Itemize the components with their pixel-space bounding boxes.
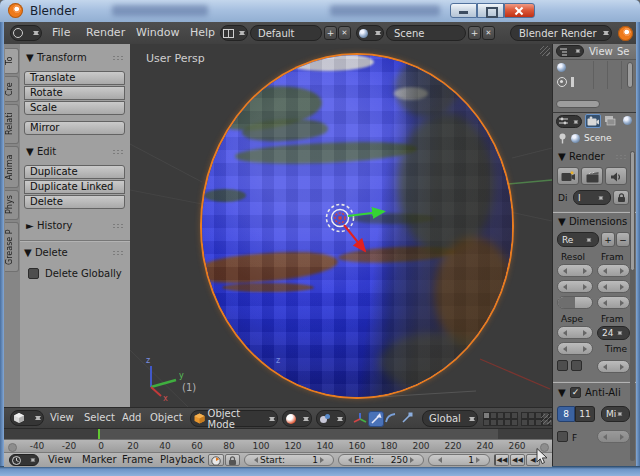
rotate-manipulator-button[interactable] — [384, 411, 400, 427]
increment-arrow[interactable] — [476, 457, 483, 463]
resolution-y-slider[interactable] — [557, 280, 593, 293]
mirror-button[interactable]: Mirror — [24, 121, 125, 135]
av-sync-button[interactable] — [208, 454, 224, 466]
editor-type-selector[interactable] — [556, 45, 584, 57]
editor-type-selector[interactable] — [556, 115, 582, 128]
outliner-vscrollbar[interactable] — [627, 62, 633, 88]
menu-help[interactable]: Help — [190, 22, 215, 44]
add-layout-button[interactable]: + — [324, 26, 337, 40]
editor-type-selector[interactable] — [10, 25, 42, 41]
render-layers-tab[interactable] — [603, 114, 619, 128]
lock-time-button[interactable] — [225, 454, 240, 466]
outliner-hscrollbar[interactable] — [556, 100, 600, 108]
menu-view[interactable]: View — [589, 44, 613, 59]
render-engine-selector[interactable]: Blender Render — [510, 25, 612, 41]
editor-type-selector[interactable] — [9, 454, 39, 466]
properties-scrollbar-thumb[interactable] — [630, 151, 635, 271]
stepper-arrows[interactable] — [34, 413, 41, 423]
resolution-x-slider[interactable] — [557, 264, 593, 277]
delete-layout-button[interactable]: ✕ — [338, 26, 351, 40]
render-audio-button[interactable] — [605, 167, 627, 185]
render-still-button[interactable] — [557, 167, 579, 185]
properties-scrollbar-track[interactable] — [630, 151, 635, 461]
titlebar[interactable]: Blender — [0, 0, 640, 23]
decrement-arrow[interactable] — [251, 457, 258, 463]
area-corner-grip[interactable] — [541, 414, 551, 424]
framerate-field[interactable]: 24 — [597, 326, 630, 340]
scale-button[interactable]: Scale — [24, 101, 125, 115]
resolution-percentage-slider[interactable] — [557, 296, 593, 309]
menu-view[interactable]: View — [48, 453, 72, 467]
close-button[interactable] — [504, 3, 535, 18]
stepper-arrows[interactable] — [586, 236, 592, 244]
panel-grip[interactable] — [112, 55, 124, 61]
panel-grip[interactable] — [112, 223, 124, 229]
add-scene-button[interactable]: + — [468, 26, 481, 40]
tab-create[interactable]: Cre — [5, 76, 19, 102]
stepper-arrows[interactable] — [573, 118, 579, 126]
menu-object[interactable]: Object — [150, 407, 183, 429]
jump-to-start-button[interactable]: ◀◀ — [494, 454, 509, 466]
panel-grip[interactable] — [112, 149, 124, 155]
aspect-y-slider[interactable] — [557, 342, 593, 355]
mode-selector[interactable]: Object Mode — [190, 410, 278, 427]
prev-keyframe-button[interactable]: ◀◀ — [510, 454, 525, 466]
increment-arrow[interactable] — [410, 457, 417, 463]
timeline-ruler[interactable]: -40 -20 0 20 40 60 80 100 120 140 160 18… — [4, 439, 552, 453]
stepper-arrows[interactable] — [598, 194, 604, 202]
pivot-point-selector[interactable] — [316, 410, 346, 427]
rotate-button[interactable]: Rotate — [24, 86, 125, 100]
increment-arrow[interactable] — [320, 457, 327, 463]
menu-render[interactable]: Render — [86, 22, 125, 44]
menu-marker[interactable]: Marker — [82, 453, 117, 467]
pin-icon[interactable] — [558, 133, 567, 144]
history-panel-header[interactable]: ► History — [26, 220, 72, 231]
minimize-button[interactable] — [450, 3, 477, 18]
transform-panel-header[interactable]: ▼ Transform — [26, 52, 87, 63]
menu-file[interactable]: File — [52, 22, 70, 44]
panel-grip[interactable] — [112, 250, 124, 256]
crop-checkbox[interactable] — [571, 360, 582, 371]
stepper-arrows[interactable] — [238, 28, 245, 38]
current-frame-field[interactable]: 1 — [428, 454, 490, 466]
duplicate-button[interactable]: Duplicate — [24, 165, 125, 179]
edit-panel-header[interactable]: ▼ Edit — [26, 146, 56, 157]
3d-viewport[interactable]: User Persp z y x (1) — [130, 44, 552, 407]
scrollbar-cap[interactable] — [8, 443, 17, 452]
aa-filter-selector[interactable]: Mi — [601, 406, 630, 422]
translate-manipulator-button[interactable] — [368, 411, 384, 427]
menu-window[interactable]: Window — [136, 22, 179, 44]
maximize-button[interactable] — [477, 3, 504, 18]
tab-tools[interactable]: To — [5, 48, 19, 74]
scene-name[interactable]: Scene — [386, 25, 466, 41]
stepper-arrows[interactable] — [336, 414, 343, 424]
antialiasing-checkbox[interactable]: ✓ — [570, 387, 581, 398]
render-panel-header[interactable]: ▼ Render — [558, 151, 605, 162]
filter-size-slider[interactable] — [597, 430, 630, 443]
border-checkbox[interactable] — [557, 360, 568, 371]
current-frame-marker[interactable] — [98, 429, 100, 439]
render-preset-selector[interactable]: Re — [557, 232, 599, 247]
lock-interface-button[interactable] — [613, 190, 629, 205]
tab-relations[interactable]: Relati — [5, 104, 19, 144]
area-corner-grip[interactable] — [540, 46, 550, 56]
scale-manipulator-button[interactable] — [400, 411, 416, 427]
layer-buttons-group1[interactable] — [483, 412, 518, 426]
menu-playback[interactable]: Playback — [160, 453, 205, 467]
transform-orientation-selector[interactable]: Global — [422, 410, 478, 427]
viewport-shading-selector[interactable] — [282, 410, 312, 427]
decrement-arrow[interactable] — [345, 457, 352, 463]
aa-samples-8-button[interactable]: 8 — [557, 406, 575, 422]
layer-1-active[interactable] — [483, 412, 490, 419]
scene-tab[interactable] — [621, 114, 636, 128]
delete-button[interactable]: Delete — [24, 195, 125, 209]
antialiasing-panel-header[interactable]: ▼ — [558, 387, 566, 398]
menu-add[interactable]: Add — [122, 407, 141, 429]
add-preset-button[interactable]: + — [601, 232, 615, 247]
timeline-scrub-band[interactable] — [4, 429, 552, 439]
stepper-arrows[interactable] — [30, 456, 36, 464]
remove-preset-button[interactable]: − — [616, 232, 630, 247]
frame-start-slider[interactable] — [597, 264, 630, 277]
tab-physics[interactable]: Phys — [5, 190, 19, 220]
screen-layout-name[interactable]: Default — [250, 25, 322, 41]
